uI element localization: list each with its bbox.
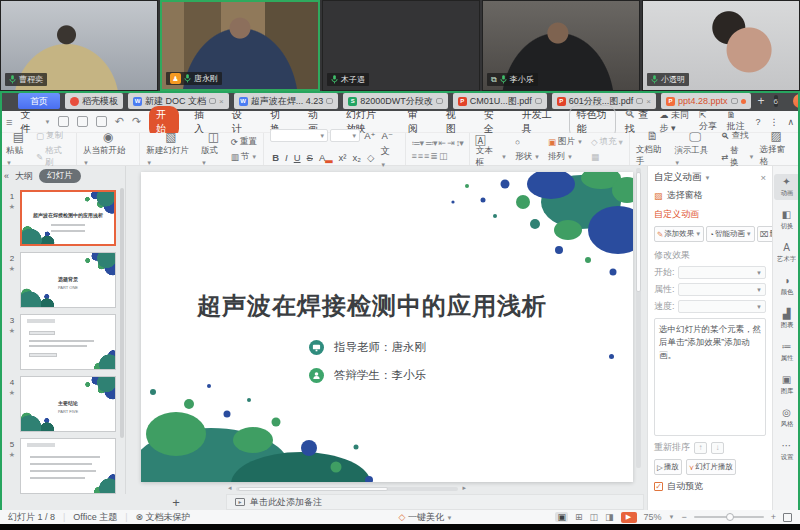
video-tile[interactable]: 木子遇 [322,0,480,91]
guest-login-button[interactable]: 访客登录 ♟ [793,94,800,108]
close-tab-icon[interactable]: × [219,97,224,106]
frame-icon[interactable]: ▦ [591,150,623,164]
rail-gallery[interactable]: ▣图库 [774,372,800,398]
fill-button[interactable]: ◇ 填充 ▾ [591,135,623,149]
reset-button[interactable]: ⟳ 重置 [231,136,257,148]
sync-status[interactable]: ☁ 未同步 ▾ [659,109,689,135]
zoom-level[interactable]: 75% [644,512,662,522]
beautify-button[interactable]: ◇ 一键美化 ▼ [399,511,453,524]
property-select[interactable]: ▼ [678,283,766,296]
move-up-icon[interactable]: ↑ [694,442,707,454]
highlight-icon[interactable]: ◇ [365,152,376,163]
picture-button[interactable]: ▣ 图片 ▼ [548,135,583,149]
new-slide-button[interactable]: ▧ 新建幻灯片 ▼ [146,133,196,165]
slide-thumbnail-4[interactable]: 主要结论 PART FIVE [20,376,116,432]
share-button[interactable]: ⇱ 分享 [699,110,718,133]
undo-icon[interactable]: ↶ [115,115,124,128]
comment-icon[interactable] [535,98,542,104]
video-tile-speaking[interactable]: ♟ 唐永刚 [160,0,320,91]
redo-icon[interactable]: ↷ [132,115,141,128]
student-line[interactable]: 答辩学生：李小乐 [309,368,426,383]
advisor-line[interactable]: 指导老师：唐永刚 [309,340,426,355]
fullscreen-icon[interactable] [783,513,792,522]
align-center-icon[interactable]: ≡ [418,151,422,161]
save-icon[interactable] [58,116,69,127]
theme-name[interactable]: Office 主题 [73,511,117,524]
underline-button[interactable]: U [292,152,303,163]
present-tools-button[interactable]: 🖵 演示工具 ▼ [674,133,716,165]
custom-animation-link[interactable]: 自定义动画 [654,208,766,221]
slide-thumbnail-3[interactable] [20,314,116,370]
subscript-icon[interactable]: x₂ [351,152,363,163]
help-icon[interactable]: ? [755,117,760,127]
increase-font-icon[interactable]: A⁺ [362,130,377,141]
video-tile[interactable]: ⧉ 李小乐 [482,0,640,91]
shape-tool-icon[interactable]: ○ [515,135,540,149]
paste-button[interactable]: ▤ 粘贴 ▼ [6,133,31,165]
more-icon[interactable]: ⋮ [769,117,778,127]
hamburger-icon[interactable]: ≡ [6,116,12,128]
slide-title[interactable]: 超声波在焊接检测中的应用浅析 [141,290,603,322]
chevron-down-icon[interactable]: ▼ [705,175,711,181]
speed-select[interactable]: ▼ [678,300,766,313]
rail-settings[interactable]: ⋯设置 [774,438,800,464]
close-panel-icon[interactable]: × [760,172,766,183]
font-size-select[interactable]: ▼ [330,129,360,142]
horizontal-scrollbar[interactable]: ◂ ▸ [228,486,466,492]
replace-button[interactable]: ⇄ 替换 ▼ [721,145,755,169]
smart-animation-button[interactable]: ◔智能动画▼ [706,226,754,242]
rail-animation[interactable]: ✦动画 [774,174,800,200]
slideshow-play-button[interactable]: ⋎幻灯片播放 [686,459,736,475]
rail-wordart[interactable]: A艺术字 [774,240,800,266]
align-right-icon[interactable]: ≡ [424,151,428,161]
section-button[interactable]: ▥ 节 ▼ [231,151,257,163]
rail-chart[interactable]: ▟图表 [774,306,800,332]
decrease-font-icon[interactable]: A⁻ [380,130,395,141]
normal-view-icon[interactable]: ▣ [555,512,568,522]
print-icon[interactable] [77,116,88,127]
superscript-icon[interactable]: x² [337,152,349,163]
tab-ppt-current[interactable]: P ppt4.28.pptx [661,93,751,109]
vertical-scrollbar[interactable] [636,168,641,468]
print-preview-icon[interactable] [96,116,107,127]
strikethrough-button[interactable]: S [305,152,315,163]
zoom-slider-knob[interactable] [726,513,734,521]
number-list-icon[interactable]: ≕▾ [425,138,437,148]
comment-icon[interactable] [731,98,738,104]
comment-icon[interactable] [209,98,216,104]
bold-button[interactable]: B [270,152,281,163]
rail-style[interactable]: ◎风格 [774,405,800,431]
comment-icon[interactable] [636,98,643,104]
play-from-current-button[interactable]: ◉ 从当前开始 ▼ [83,133,133,165]
video-tile[interactable]: 曹程奕 [0,0,158,91]
close-tab-icon[interactable]: × [646,97,651,106]
textbox-button[interactable]: 文本框 ▼ [476,150,507,164]
rail-transition[interactable]: ◧切换 [774,207,800,233]
comment-icon[interactable] [436,98,443,104]
reading-view-icon[interactable]: ◫ [589,512,598,522]
font-family-select[interactable]: ▼ [270,129,328,142]
align-left-icon[interactable]: ≡ [412,151,416,161]
slide-canvas[interactable]: 超声波在焊接检测中的应用浅析 指导老师：唐永刚 答辩学生：李小乐 [141,172,633,482]
font-color-icon[interactable]: A▂ [317,152,335,163]
italic-button[interactable]: I [283,152,290,163]
apps-grid-icon[interactable]: 6 [774,95,778,107]
copy-button[interactable]: ▢ 复制 [36,130,70,142]
scroll-right-icon[interactable]: ▸ [462,484,466,492]
slide-thumbnail-5[interactable] [20,438,116,494]
scroll-left-icon[interactable]: ◂ [228,484,232,492]
slide-sorter-icon[interactable]: ⊞ [575,512,583,522]
new-tab-button[interactable]: + [758,94,765,108]
notes-bar[interactable]: ▸ 单击此处添加备注 [226,494,644,510]
comment-icon[interactable] [326,98,333,104]
collapse-ribbon-icon[interactable]: ∧ [787,117,794,127]
notes-view-icon[interactable]: ◨ [605,512,614,522]
tab-docer-templates[interactable]: 稻壳模板 [65,93,123,109]
shape-button[interactable]: 形状 ▼ [515,150,540,164]
find-button[interactable]: 🔍︎ 查找 [721,130,755,142]
play-button[interactable]: ▷播放 [654,459,682,475]
add-slide-button[interactable]: + [172,495,180,510]
doc-assistant-button[interactable]: 🗎 文档助手 [636,133,669,165]
slide-thumbnail-1-selected[interactable]: 超声波在焊接检测中的应用浅析 [20,190,116,246]
outline-tab[interactable]: 大纲 [15,170,33,183]
